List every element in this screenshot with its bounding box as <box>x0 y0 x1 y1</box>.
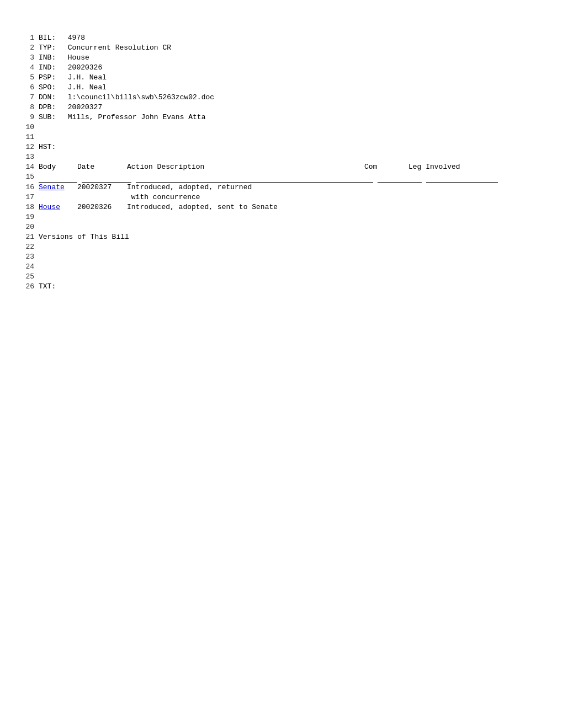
ind-label: IND: <box>39 63 63 73</box>
line-14: 14 Body Date Action Description Com Leg … <box>22 162 519 172</box>
history-row-senate-continuation: with concurrence <box>131 193 200 201</box>
inb-label: INB: <box>39 53 63 63</box>
line-1: 1 BIL: 4978 <box>22 33 519 43</box>
psp-value: J.H. Neal <box>68 73 107 82</box>
line-20: 20 <box>22 222 519 232</box>
line-22: 22 <box>22 242 519 252</box>
line-7: 7 DDN: l:\council\bills\swb\5263zcw02.do… <box>22 93 519 103</box>
dpb-value: 20020327 <box>68 103 102 111</box>
dpb-label: DPB: <box>39 103 63 113</box>
history-row-senate-body: Senate <box>39 183 77 192</box>
txt-label: TXT: <box>39 282 63 292</box>
underline-action <box>136 172 373 183</box>
sub-value: Mills, Professor John Evans Atta <box>68 113 206 121</box>
line-5: 5 PSP: J.H. Neal <box>22 73 519 83</box>
ddn-value: l:\council\bills\swb\5263zcw02.doc <box>68 93 214 101</box>
typ-label: TYP: <box>39 43 63 53</box>
history-row-house-date: 20020326 <box>77 202 127 212</box>
line-17: 17 with concurrence <box>22 192 519 202</box>
line-6: 6 SPO: J.H. Neal <box>22 83 519 93</box>
underline-date <box>82 172 131 183</box>
line-19: 19 <box>22 212 519 222</box>
underline-body <box>39 172 77 183</box>
line-15: 15 <box>22 172 519 183</box>
history-header-leg: Leg Involved <box>408 162 480 172</box>
underline-leg <box>426 172 498 183</box>
psp-label: PSP: <box>39 73 63 83</box>
line-16: 16 Senate 20020327 Introduced, adopted, … <box>22 183 519 192</box>
line-9: 9 SUB: Mills, Professor John Evans Atta <box>22 113 519 122</box>
line-18: 18 House 20020326 Introduced, adopted, s… <box>22 202 519 212</box>
line-24: 24 <box>22 262 519 272</box>
history-row-house-action: Introduced, adopted, sent to Senate <box>127 202 364 212</box>
bil-value: 4978 <box>68 34 85 42</box>
history-row-senate-date: 20020327 <box>77 183 127 192</box>
spo-label: SPO: <box>39 83 63 93</box>
line-21: 21 Versions of This Bill <box>22 232 519 242</box>
line-23: 23 <box>22 252 519 262</box>
ind-value: 20020326 <box>68 63 102 72</box>
inb-value: House <box>68 53 89 62</box>
senate-link[interactable]: Senate <box>39 183 65 191</box>
history-row-house-body: House <box>39 202 77 212</box>
sub-label: SUB: <box>39 113 63 122</box>
spo-value: J.H. Neal <box>68 83 107 92</box>
bil-label: BIL: <box>39 33 63 43</box>
line-11: 11 <box>22 132 519 142</box>
line-13: 13 <box>22 152 519 162</box>
history-row-senate-action: Introduced, adopted, returned <box>127 183 364 192</box>
line-25: 25 <box>22 272 519 282</box>
line-3: 3 INB: House <box>22 53 519 63</box>
line-12: 12 HST: <box>22 142 519 152</box>
ddn-label: DDN: <box>39 93 63 103</box>
line-4: 4 IND: 20020326 <box>22 63 519 73</box>
underline-com <box>378 172 422 183</box>
line-26: 26 TXT: <box>22 282 519 292</box>
line-10: 10 <box>22 122 519 132</box>
history-header-com: Com <box>364 162 408 172</box>
line-2: 2 TYP: Concurrent Resolution CR <box>22 43 519 53</box>
history-header-date: Date <box>77 162 127 172</box>
line-8: 8 DPB: 20020327 <box>22 103 519 113</box>
hst-label: HST: <box>39 142 63 152</box>
history-header-body: Body <box>39 162 77 172</box>
document-content: 1 BIL: 4978 2 TYP: Concurrent Resolution… <box>22 33 519 292</box>
house-link[interactable]: House <box>39 203 60 211</box>
history-header-action: Action Description <box>127 162 364 172</box>
typ-value: Concurrent Resolution CR <box>68 44 171 52</box>
versions-label: Versions of This Bill <box>39 233 129 241</box>
